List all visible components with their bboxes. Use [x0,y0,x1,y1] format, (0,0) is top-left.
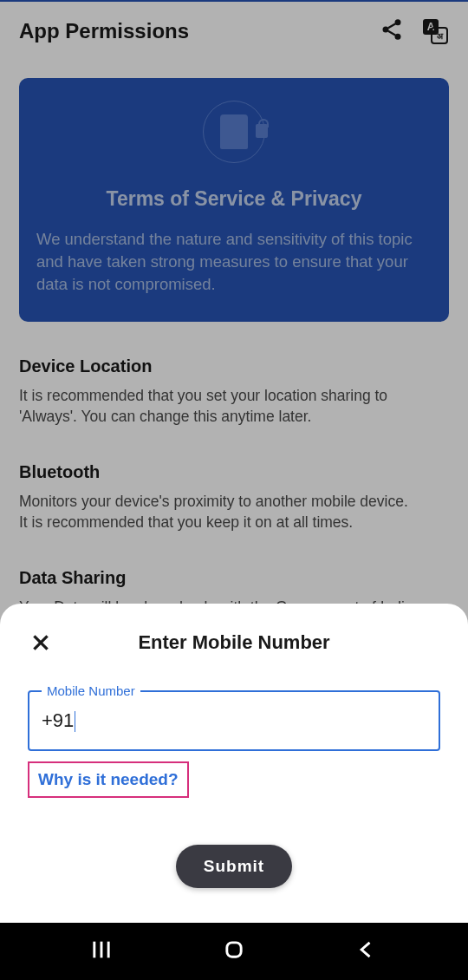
svg-rect-14 [227,943,241,957]
submit-button[interactable]: Submit [176,845,292,888]
mobile-number-modal: Enter Mobile Number Mobile Number +91 Wh… [0,604,468,923]
system-nav-bar [0,923,468,980]
why-needed-link[interactable]: Why is it needed? [28,761,189,798]
mobile-number-input-wrapper[interactable]: Mobile Number +91 [28,690,440,751]
input-label: Mobile Number [42,683,140,698]
modal-title: Enter Mobile Number [28,631,440,654]
recents-button[interactable] [89,938,114,965]
mobile-number-field[interactable]: +91 [42,709,75,731]
back-button[interactable] [354,938,379,965]
home-button[interactable] [222,938,246,965]
